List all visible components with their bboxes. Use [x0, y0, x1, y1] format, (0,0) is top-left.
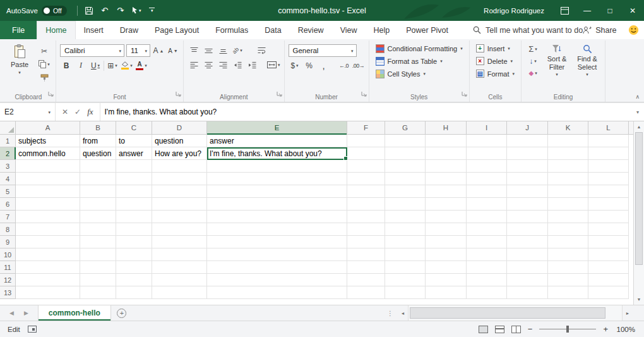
bottom-align-button[interactable] [217, 44, 229, 56]
cell-H8[interactable] [426, 223, 467, 236]
cell-E5[interactable] [207, 185, 347, 198]
percent-style-button[interactable]: % [303, 59, 316, 71]
cell-K8[interactable] [548, 223, 588, 236]
cell-D13[interactable] [152, 286, 207, 299]
column-header-J[interactable]: J [507, 121, 548, 134]
cell-C8[interactable] [116, 223, 152, 236]
cell-H11[interactable] [426, 261, 467, 274]
tab-file[interactable]: File [0, 21, 37, 39]
cell-G8[interactable] [385, 223, 426, 236]
cell-E11[interactable] [207, 261, 347, 274]
cell-H1[interactable] [426, 135, 467, 147]
conditional-formatting-button[interactable]: Conditional Formatting ▾ [373, 42, 465, 54]
increase-indent-button[interactable] [246, 59, 258, 71]
cell-J10[interactable] [507, 248, 548, 261]
bold-button[interactable]: B [60, 59, 73, 71]
cell-E13[interactable] [207, 286, 347, 299]
cell-E3[interactable] [207, 160, 347, 173]
cell-E9[interactable] [207, 236, 347, 248]
cell-A10[interactable] [16, 248, 80, 261]
cell-G3[interactable] [385, 160, 426, 173]
cell-C2[interactable]: answer [116, 147, 152, 160]
select-all-corner[interactable] [0, 121, 16, 134]
cell-styles-button[interactable]: Cell Styles ▾ [373, 68, 428, 80]
scroll-left-button[interactable]: ◄ [398, 305, 408, 321]
cell-J7[interactable] [507, 211, 548, 223]
scroll-right-button[interactable]: ► [623, 305, 633, 321]
ribbon-display-options-button[interactable] [553, 0, 576, 21]
sheet-nav-right-icon[interactable]: ▶ [24, 310, 28, 316]
cell-D9[interactable] [152, 236, 207, 248]
cell-L2[interactable] [588, 147, 629, 160]
close-button[interactable]: ✕ [621, 0, 644, 21]
cell-K12[interactable] [548, 274, 588, 286]
vertical-scroll-track[interactable] [634, 132, 644, 294]
cell-E4[interactable] [207, 173, 347, 185]
formula-input[interactable]: I'm fine, thanks. What about you? [100, 103, 631, 121]
font-name-combo[interactable]: Calibri ▾ [60, 44, 124, 57]
cell-H5[interactable] [426, 185, 467, 198]
column-header-G[interactable]: G [385, 121, 426, 134]
tab-home[interactable]: Home [37, 21, 75, 39]
cell-G10[interactable] [385, 248, 426, 261]
cell-A12[interactable] [16, 274, 80, 286]
cell-A6[interactable] [16, 198, 80, 211]
undo-button[interactable]: ↶ [98, 3, 112, 18]
cell-G4[interactable] [385, 173, 426, 185]
cell-I11[interactable] [467, 261, 507, 274]
touch-mouse-mode-button[interactable]: ▾ [129, 3, 143, 18]
cell-A5[interactable] [16, 185, 80, 198]
cell-J1[interactable] [507, 135, 548, 147]
cell-C7[interactable] [116, 211, 152, 223]
cell-H10[interactable] [426, 248, 467, 261]
cell-A13[interactable] [16, 286, 80, 299]
cell-G12[interactable] [385, 274, 426, 286]
cell-K5[interactable] [548, 185, 588, 198]
cell-H7[interactable] [426, 211, 467, 223]
format-as-table-button[interactable]: Format as Table ▾ [373, 55, 445, 67]
column-header-H[interactable]: H [426, 121, 467, 134]
cell-K9[interactable] [548, 236, 588, 248]
cell-D3[interactable] [152, 160, 207, 173]
cell-J2[interactable] [507, 147, 548, 160]
share-button[interactable]: Share [583, 21, 616, 39]
name-box[interactable]: E2 ▾ [0, 103, 56, 121]
cell-G2[interactable] [385, 147, 426, 160]
cell-G9[interactable] [385, 236, 426, 248]
zoom-out-button[interactable]: − [528, 324, 533, 334]
cell-L12[interactable] [588, 274, 629, 286]
normal-view-button[interactable] [479, 326, 488, 333]
sheet-nav-left-icon[interactable]: ◀ [9, 310, 14, 316]
minimize-button[interactable]: — [576, 0, 599, 21]
tab-insert[interactable]: Insert [76, 21, 112, 39]
cell-H9[interactable] [426, 236, 467, 248]
column-header-I[interactable]: I [467, 121, 507, 134]
page-break-view-button[interactable] [511, 326, 521, 333]
cell-F8[interactable] [347, 223, 385, 236]
cell-B2[interactable]: question [80, 147, 116, 160]
cell-C9[interactable] [116, 236, 152, 248]
cell-C3[interactable] [116, 160, 152, 173]
cell-J12[interactable] [507, 274, 548, 286]
tab-review[interactable]: Review [290, 21, 332, 39]
cell-A8[interactable] [16, 223, 80, 236]
cell-D1[interactable]: question [152, 135, 207, 147]
cell-B4[interactable] [80, 173, 116, 185]
cell-K13[interactable] [548, 286, 588, 299]
tab-splitter-handle[interactable]: ⋮ [383, 305, 398, 321]
cut-button[interactable]: ✂ [37, 46, 52, 56]
enter-button[interactable]: ✓ [75, 107, 81, 116]
cell-B1[interactable]: from [80, 135, 116, 147]
column-header-F[interactable]: F [347, 121, 385, 134]
cell-G7[interactable] [385, 211, 426, 223]
cell-B3[interactable] [80, 160, 116, 173]
cell-F13[interactable] [347, 286, 385, 299]
zoom-slider[interactable] [539, 329, 596, 329]
cell-A11[interactable] [16, 261, 80, 274]
cell-E7[interactable] [207, 211, 347, 223]
clipboard-dialog-launcher[interactable] [48, 88, 54, 99]
feedback-smiley-button[interactable] [628, 21, 639, 39]
row-header-10[interactable]: 10 [0, 248, 16, 261]
tab-help[interactable]: Help [366, 21, 398, 39]
cell-L3[interactable] [588, 160, 629, 173]
